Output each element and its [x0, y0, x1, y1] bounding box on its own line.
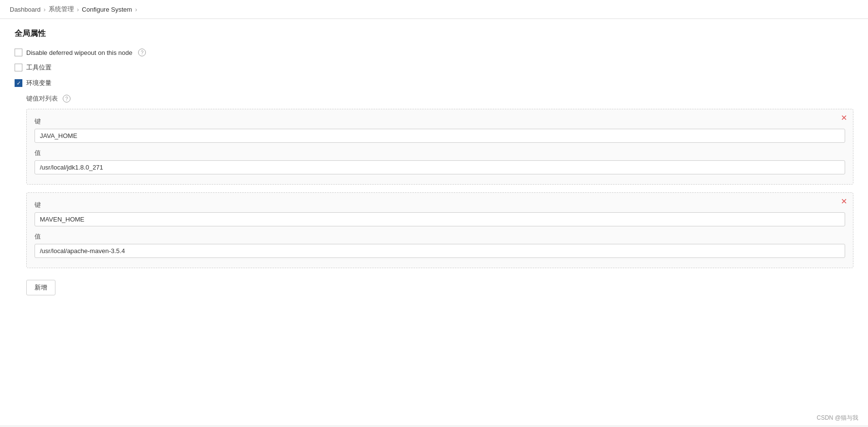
section-title: 全局属性 — [15, 29, 853, 39]
kv-card-2: ✕ 键 值 — [26, 192, 853, 268]
kv-list-label: 键值对列表 ? — [26, 94, 853, 103]
checkbox-row-tool-location: 工具位置 — [15, 63, 853, 72]
checkbox-row-env-vars: 环境变量 — [15, 79, 853, 87]
value-input-2[interactable] — [35, 244, 845, 258]
checkbox-tool-location[interactable] — [15, 64, 22, 71]
checkbox-label-env-vars: 环境变量 — [26, 79, 52, 87]
breadcrumb-dashboard[interactable]: Dashboard — [10, 6, 41, 13]
key-input-2[interactable] — [35, 212, 845, 226]
env-section: 键值对列表 ? ✕ 键 值 ✕ 键 值 新增 — [26, 94, 853, 295]
kv-card-1: ✕ 键 值 — [26, 109, 853, 185]
key-input-1[interactable] — [35, 129, 845, 143]
checkbox-label-disable-wipeout: Disable deferred wipeout on this node — [26, 49, 132, 56]
value-label-2: 值 — [35, 232, 845, 241]
checkbox-env-vars[interactable] — [15, 79, 22, 87]
kv-close-button-1[interactable]: ✕ — [841, 114, 847, 122]
breadcrumb-sep-2: › — [77, 6, 79, 13]
checkbox-row-disable-wipeout: Disable deferred wipeout on this node ? — [15, 49, 853, 56]
breadcrumb-sep-3: › — [135, 6, 137, 13]
footer-brand: CSDN @猫与我 — [816, 414, 858, 422]
checkbox-label-tool-location: 工具位置 — [26, 63, 52, 72]
key-label-2: 键 — [35, 201, 845, 209]
help-icon-kv-list[interactable]: ? — [63, 95, 71, 102]
breadcrumb: Dashboard › 系统管理 › Configure System › — [0, 0, 868, 19]
value-label-1: 值 — [35, 149, 845, 157]
kv-close-button-2[interactable]: ✕ — [841, 198, 847, 205]
add-button[interactable]: 新增 — [26, 280, 55, 295]
help-icon-disable-wipeout[interactable]: ? — [138, 49, 146, 56]
breadcrumb-current: Configure System — [82, 6, 132, 13]
checkbox-disable-wipeout[interactable] — [15, 49, 22, 56]
key-label-1: 键 — [35, 117, 845, 126]
breadcrumb-sep-1: › — [44, 6, 46, 13]
breadcrumb-system-management[interactable]: 系统管理 — [49, 5, 74, 14]
value-input-1[interactable] — [35, 160, 845, 174]
main-content: 全局属性 Disable deferred wipeout on this no… — [0, 19, 868, 425]
